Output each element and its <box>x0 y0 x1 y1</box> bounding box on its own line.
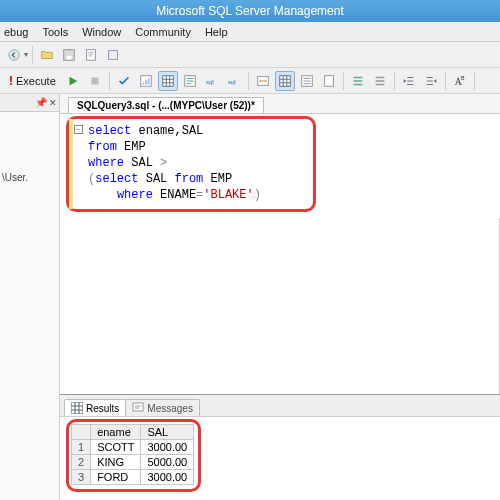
folder-icon[interactable] <box>37 45 57 65</box>
editor-whitespace[interactable] <box>60 218 500 394</box>
grid-icon <box>71 402 83 414</box>
uncomment-button[interactable] <box>370 71 390 91</box>
cell-sal[interactable]: 3000.00 <box>141 440 194 455</box>
menu-community[interactable]: Community <box>135 26 191 38</box>
tab-messages[interactable]: Messages <box>125 399 200 416</box>
sql-icon[interactable]: sql <box>202 71 222 91</box>
tree-node[interactable]: \User. <box>0 112 59 183</box>
svg-text:sql: sql <box>206 77 214 85</box>
save-icon[interactable] <box>59 45 79 65</box>
svg-rect-14 <box>280 75 291 86</box>
separator <box>32 46 33 64</box>
panel-header: 📌 ✕ <box>0 94 59 112</box>
fold-gutter[interactable]: − <box>71 123 85 134</box>
close-icon[interactable]: ✕ <box>49 98 57 108</box>
menu-debug[interactable]: ebug <box>4 26 28 38</box>
object-explorer-panel: 📌 ✕ \User. <box>0 94 60 500</box>
header-row: ename SAL <box>72 425 194 440</box>
svg-text:sql: sql <box>228 77 236 85</box>
svg-rect-3 <box>87 49 96 60</box>
svg-rect-4 <box>109 50 118 59</box>
col-sal[interactable]: SAL <box>141 425 194 440</box>
cell-ename[interactable]: SCOTT <box>91 440 141 455</box>
document-tab-strip: SQLQuery3.sql - (...(MYPC\User (52))* <box>60 94 500 114</box>
table-row[interactable]: 3 FORD 3000.00 <box>72 470 194 485</box>
svg-rect-2 <box>66 55 71 59</box>
play-debug-button[interactable] <box>63 71 83 91</box>
editor-area: SQLQuery3.sql - (...(MYPC\User (52))* − … <box>60 94 500 500</box>
cell-ename[interactable]: KING <box>91 455 141 470</box>
display-plan-button[interactable] <box>136 71 156 91</box>
parse-check-button[interactable] <box>114 71 134 91</box>
results-text-button[interactable] <box>180 71 200 91</box>
results-file-button[interactable] <box>319 71 339 91</box>
results-options-button[interactable] <box>297 71 317 91</box>
table-row[interactable]: 1 SCOTT 3000.00 <box>72 440 194 455</box>
table-row[interactable]: 2 KING 5000.00 <box>72 455 194 470</box>
main-area: 📌 ✕ \User. SQLQuery3.sql - (...(MYPC\Use… <box>0 94 500 500</box>
row-number: 1 <box>72 440 91 455</box>
separator <box>474 72 475 90</box>
cell-sal[interactable]: 5000.00 <box>141 455 194 470</box>
include-plan-button[interactable] <box>253 71 273 91</box>
separator <box>394 72 395 90</box>
svg-rect-5 <box>91 77 98 84</box>
menu-tools[interactable]: Tools <box>42 26 68 38</box>
tab-results[interactable]: Results <box>64 399 126 416</box>
include-stats-button[interactable] <box>275 71 295 91</box>
sql-code[interactable]: select ename,SAL from EMP where SAL > (s… <box>88 123 261 203</box>
window-titlebar: Microsoft SQL Server Management <box>0 0 500 22</box>
execute-button[interactable]: ! Execute <box>4 71 61 91</box>
menu-help[interactable]: Help <box>205 26 228 38</box>
toolbar-main: ▾ <box>0 42 500 68</box>
results-pane: Results Messages ename SAL 1 <box>60 394 500 500</box>
row-number: 3 <box>72 470 91 485</box>
cell-ename[interactable]: FORD <box>91 470 141 485</box>
svg-rect-16 <box>324 75 333 86</box>
cell-sal[interactable]: 3000.00 <box>141 470 194 485</box>
highlight-box-query: − select ename,SAL from EMP where SAL > … <box>66 116 316 212</box>
separator <box>248 72 249 90</box>
separator <box>109 72 110 90</box>
results-grid-button[interactable] <box>158 71 178 91</box>
sql-icon-2[interactable]: sql <box>224 71 244 91</box>
nav-back-button[interactable] <box>4 45 24 65</box>
comment-button[interactable] <box>348 71 368 91</box>
tab-results-label: Results <box>86 403 119 414</box>
chevron-down-icon: ▾ <box>24 50 28 59</box>
pin-icon[interactable]: 📌 <box>35 97 47 108</box>
highlight-box-results: ename SAL 1 SCOTT 3000.00 2 KING 5000.00 <box>66 419 201 492</box>
menu-window[interactable]: Window <box>82 26 121 38</box>
svg-rect-7 <box>163 75 174 86</box>
increase-indent-button[interactable] <box>421 71 441 91</box>
results-grid[interactable]: ename SAL 1 SCOTT 3000.00 2 KING 5000.00 <box>71 424 194 485</box>
execute-label: Execute <box>16 75 56 87</box>
toolbar-query: ! Execute sql sql AB <box>0 68 500 94</box>
document-tab[interactable]: SQLQuery3.sql - (...(MYPC\User (52))* <box>68 97 264 113</box>
specify-values-button[interactable]: AB <box>450 71 470 91</box>
decrease-indent-button[interactable] <box>399 71 419 91</box>
col-ename[interactable]: ename <box>91 425 141 440</box>
properties-icon[interactable] <box>103 45 123 65</box>
row-number: 2 <box>72 455 91 470</box>
execute-icon: ! <box>9 74 13 88</box>
messages-icon <box>132 402 144 414</box>
window-title: Microsoft SQL Server Management <box>156 4 344 18</box>
results-grid-wrap: ename SAL 1 SCOTT 3000.00 2 KING 5000.00 <box>60 417 500 500</box>
svg-text:B: B <box>461 75 465 81</box>
code-editor[interactable]: − select ename,SAL from EMP where SAL > … <box>60 114 500 218</box>
separator <box>343 72 344 90</box>
separator <box>445 72 446 90</box>
stop-button[interactable] <box>85 71 105 91</box>
svg-rect-20 <box>133 403 143 411</box>
results-tab-strip: Results Messages <box>60 395 500 417</box>
change-marker <box>69 119 73 209</box>
svg-rect-19 <box>71 402 83 414</box>
svg-point-0 <box>9 49 20 60</box>
script-icon[interactable] <box>81 45 101 65</box>
tab-messages-label: Messages <box>147 403 193 414</box>
menu-bar: ebug Tools Window Community Help <box>0 22 500 42</box>
row-header-blank <box>72 425 91 440</box>
